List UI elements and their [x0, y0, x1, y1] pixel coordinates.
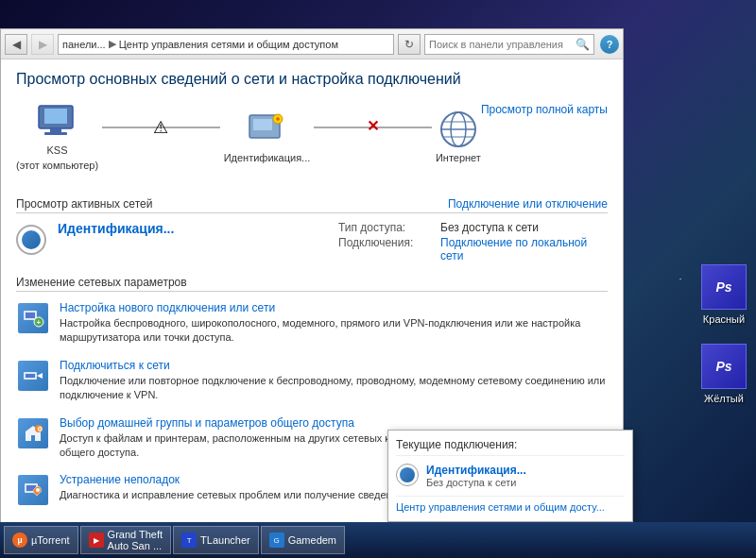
- gta-icon: ▶: [89, 533, 104, 548]
- taskbar-gta[interactable]: ▶ Grand TheftAuto San ...: [80, 526, 172, 554]
- option-1-link[interactable]: Настройка нового подключения или сети: [60, 301, 608, 314]
- network-line-1: ⚠: [102, 127, 220, 128]
- help-button[interactable]: ?: [600, 35, 619, 54]
- search-input[interactable]: [429, 39, 576, 50]
- network-status: Идентификация... Тип доступа: Без доступ…: [16, 221, 608, 264]
- active-networks-title: Просмотр активных сетей: [16, 197, 152, 211]
- taskbar-utorrent[interactable]: µ µTorrent: [4, 526, 78, 554]
- option-4-icon: [18, 475, 48, 505]
- view-map-link[interactable]: Просмотр полной карты: [481, 103, 608, 116]
- taskbar-gamedem[interactable]: G Gamedem: [261, 526, 345, 554]
- option-1-desc: Настройка беспроводного, широкополосного…: [60, 317, 580, 343]
- option-2-link[interactable]: Подключиться к сети: [60, 359, 608, 372]
- search-icon: 🔍: [576, 38, 590, 51]
- desktop-icon-yellow-label: Жёлтый: [704, 393, 744, 404]
- taskbar: µ µTorrent ▶ Grand TheftAuto San ... T T…: [0, 522, 756, 558]
- taskbar-gamedem-label: Gamedem: [288, 534, 336, 546]
- photoshop-icon-yellow: [701, 344, 747, 389]
- network-diagram: KSS (этот компьютер) ⚠: [16, 103, 481, 171]
- connections-value[interactable]: Подключение по локальной сети: [440, 236, 608, 262]
- svg-text:+: +: [37, 318, 42, 327]
- internet-icon: [436, 110, 481, 148]
- taskbar-utorrent-label: µTorrent: [31, 534, 70, 546]
- breadcrumb-separator: ▶: [109, 38, 116, 50]
- refresh-button[interactable]: ↻: [398, 34, 421, 55]
- access-type-row: Тип доступа: Без доступа к сети: [338, 221, 608, 234]
- desktop-icon-red-label: Красный: [703, 313, 745, 325]
- search-box: 🔍: [424, 34, 594, 55]
- svg-rect-3: [44, 132, 67, 135]
- taskbar-tlauncher-label: TLauncher: [200, 534, 250, 546]
- connect-disconnect-link[interactable]: Подключение или отключение: [448, 197, 608, 211]
- network-status-name: Идентификация...: [58, 221, 327, 236]
- desktop-icon-yellow[interactable]: Жёлтый: [701, 344, 747, 404]
- forward-button[interactable]: ▶: [31, 34, 54, 55]
- popup-footer: Центр управления сетями и общим досту...: [396, 496, 625, 514]
- popup-item-info: Идентификация... Без доступа к сети: [426, 464, 526, 488]
- popup-footer-link[interactable]: Центр управления сетями и общим досту...: [396, 501, 605, 513]
- option-new-connection: + Настройка нового подключения или сети …: [16, 301, 608, 346]
- node-kss-label: KSS: [47, 144, 68, 156]
- popup-item: Идентификация... Без доступа к сети: [396, 464, 625, 488]
- option-2-desc: Подключение или повторное подключение к …: [60, 375, 605, 400]
- option-1-icon: +: [18, 303, 48, 333]
- network-status-icon-inner: [22, 230, 41, 249]
- taskbar-tlauncher[interactable]: T TLauncher: [173, 526, 259, 554]
- option-2-icon-container: [16, 359, 50, 393]
- option-3-icon-container: ⚙: [16, 416, 50, 450]
- option-1-icon-container: +: [16, 301, 50, 335]
- photoshop-icon-red: [701, 264, 747, 310]
- option-connect: Подключиться к сети Подключение или повт…: [16, 359, 608, 403]
- network-node-computer: KSS (этот компьютер): [16, 103, 98, 171]
- svg-rect-2: [50, 128, 61, 132]
- warning-icon: ⚠: [153, 117, 168, 138]
- svg-point-24: [36, 488, 40, 492]
- network-status-table: Тип доступа: Без доступа к сети Подключе…: [338, 221, 608, 264]
- popup-title: Текущие подключения:: [396, 438, 625, 456]
- option-1-content: Настройка нового подключения или сети На…: [60, 301, 608, 346]
- option-4-icon-container: [16, 473, 50, 507]
- breadcrumb[interactable]: панели... ▶ Центр управления сетями и об…: [58, 34, 394, 55]
- network-line-2: [314, 127, 432, 128]
- change-settings-title: Изменение сетевых параметров: [16, 276, 608, 292]
- network-node-internet: Интернет: [436, 110, 481, 163]
- option-2-icon: [18, 361, 48, 391]
- popup-item-icon: [396, 464, 419, 486]
- utorrent-icon: µ: [12, 533, 27, 548]
- address-bar: ◀ ▶ панели... ▶ Центр управления сетями …: [1, 29, 623, 59]
- network-node-id: Идентификация...: [224, 110, 311, 163]
- svg-rect-5: [253, 119, 272, 130]
- tlauncher-icon: T: [181, 533, 197, 548]
- desktop-icons-container: Красный Жёлтый: [701, 264, 747, 404]
- option-2-content: Подключиться к сети Подключение или повт…: [60, 359, 608, 403]
- access-type-value: Без доступа к сети: [440, 221, 539, 234]
- connections-label: Подключения:: [338, 236, 433, 262]
- network-popup: Текущие подключения: Идентификация... Бе…: [387, 430, 633, 522]
- svg-rect-19: [26, 374, 35, 378]
- active-networks-header: Просмотр активных сетей Подключение или …: [16, 197, 608, 213]
- svg-text:⚙: ⚙: [37, 426, 43, 432]
- computer-icon: [35, 103, 80, 141]
- page-title: Просмотр основных сведений о сети и наст…: [16, 71, 608, 88]
- network-status-icon: [16, 225, 46, 255]
- connections-row: Подключения: Подключение по локальной се…: [338, 236, 608, 262]
- node-id-label: Идентификация...: [224, 152, 311, 163]
- id-icon: [244, 110, 289, 148]
- svg-rect-1: [44, 109, 67, 124]
- desktop-icon-red[interactable]: Красный: [701, 264, 747, 325]
- option-3-icon: ⚙: [18, 418, 48, 448]
- node-kss-sub: (этот компьютер): [16, 160, 98, 171]
- gamedem-icon: G: [269, 533, 284, 548]
- breadcrumb-part1: панели...: [62, 39, 106, 50]
- taskbar-gta-label: Grand TheftAuto San ...: [108, 529, 163, 551]
- popup-item-status: Без доступа к сети: [426, 477, 526, 488]
- option-3-link[interactable]: Выбор домашней группы и параметров общег…: [60, 416, 608, 430]
- node-internet-label: Интернет: [436, 152, 481, 163]
- breadcrumb-part2: Центр управления сетями и общим доступом: [119, 39, 338, 50]
- svg-rect-15: [26, 313, 35, 318]
- popup-item-name: Идентификация...: [426, 464, 526, 477]
- access-type-label: Тип доступа:: [338, 221, 433, 234]
- back-button[interactable]: ◀: [5, 34, 27, 55]
